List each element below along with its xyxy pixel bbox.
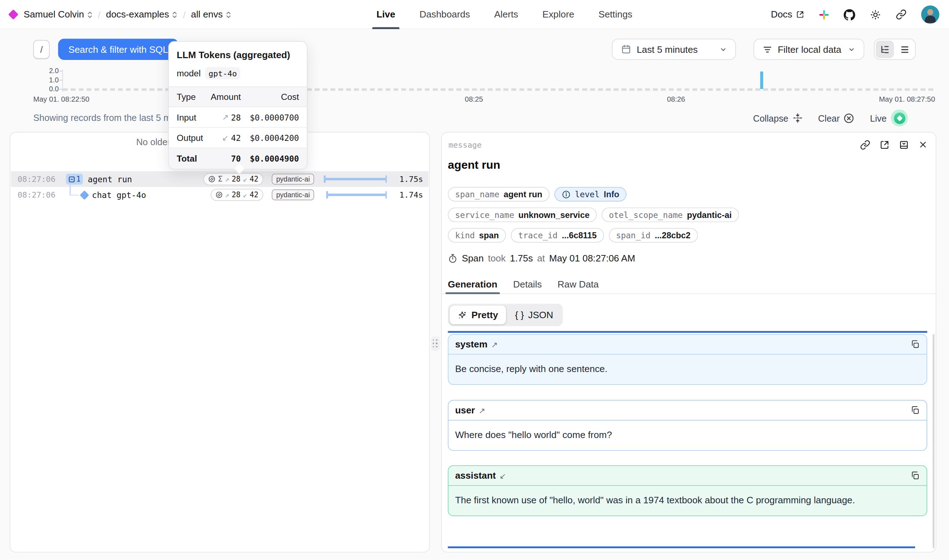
env-switcher[interactable]: all envs [191, 9, 231, 20]
tab-raw-data[interactable]: Raw Data [558, 275, 599, 294]
badge-span-name: span_name agent run [448, 187, 549, 202]
tab-alerts[interactable]: Alerts [494, 0, 518, 29]
slash-shortcut-key[interactable]: / [33, 40, 49, 59]
trace-row-agent-run[interactable]: 08:27:06 1 agent run Σ ↗ 28 ↙ 42 pydanti… [11, 171, 429, 187]
x-tick-label: May 01. 08:22:50 [33, 95, 89, 103]
output-tokens: 42 [250, 191, 258, 199]
span-name: agent run [88, 174, 132, 184]
dock-panel-icon[interactable] [899, 140, 909, 150]
direction-arrow-icon: ↗ [491, 340, 498, 349]
tab-live[interactable]: Live [376, 0, 395, 29]
span-diamond-icon [80, 190, 89, 199]
detail-tabs: Generation Details Raw Data [442, 275, 935, 294]
span-title: agent run [448, 158, 500, 172]
clear-circle-x-icon [844, 113, 854, 123]
y-tick-mark [59, 89, 62, 89]
clear-button[interactable]: Clear [818, 113, 854, 123]
message-text: The first known use of "hello, world" wa… [448, 486, 926, 515]
scroll-boundary-bottom [448, 546, 915, 548]
pretty-toggle-button[interactable]: Pretty [449, 306, 506, 325]
env-name: all envs [191, 9, 223, 20]
collapse-icon [793, 113, 802, 123]
scope-tag[interactable]: pydantic-ai [272, 189, 314, 200]
input-arrow-icon: ↗ [225, 191, 229, 199]
no-older-note: No older [136, 137, 171, 147]
tooltip-title: LLM Tokens (aggregated) [169, 42, 307, 61]
badge-row: span_name agent run level Info [448, 187, 626, 202]
histogram-bar[interactable] [760, 71, 763, 89]
tab-dashboards[interactable]: Dashboards [420, 0, 470, 29]
copy-icon[interactable] [910, 471, 920, 480]
copy-link-icon[interactable] [860, 140, 871, 150]
docs-link[interactable]: Docs [771, 9, 804, 20]
panel-resize-handle[interactable] [431, 336, 440, 351]
y-tick-mark [59, 80, 62, 81]
token-summary-pill[interactable]: ↗ 28 ↙ 42 [211, 189, 263, 201]
span-name: chat gpt-4o [92, 190, 146, 200]
input-arrow-icon: ↗ [222, 113, 229, 122]
x-tick-label: 08:26 [667, 95, 685, 103]
user-avatar[interactable] [921, 5, 939, 23]
slack-icon[interactable] [819, 9, 829, 20]
selector-icon [87, 11, 92, 18]
detail-actions [860, 140, 928, 150]
time-range-dropdown[interactable]: Last 5 minutes [612, 39, 736, 60]
badge-row: service_name unknown_service otel_scope_… [448, 208, 739, 222]
list-controls: Collapse Clear Live [753, 109, 908, 127]
org-switcher[interactable]: Samuel Colvin [23, 9, 92, 20]
badge-trace-id: trace_id ...6c8115 [511, 228, 604, 243]
project-switcher[interactable]: docs-examples [106, 9, 178, 20]
tree-view-icon [880, 45, 889, 54]
token-summary-pill[interactable]: Σ ↗ 28 ↙ 42 [204, 173, 263, 185]
duration-bar [324, 175, 387, 183]
copy-icon[interactable] [910, 406, 920, 415]
x-tick-label: 08:25 [465, 95, 483, 103]
model-value: gpt-4o [205, 67, 240, 79]
sigma-symbol: Σ [218, 175, 222, 183]
input-arrow-icon: ↗ [225, 175, 229, 183]
live-toggle[interactable]: Live [870, 109, 908, 127]
llm-tokens-tooltip: LLM Tokens (aggregated) model gpt-4o Typ… [168, 41, 308, 169]
trace-row-chat-gpt-4o[interactable]: 08:27:06 chat gpt-4o ↗ 28 ↙ 42 pydantic-… [11, 187, 429, 203]
open-in-new-icon[interactable] [880, 140, 890, 150]
scroll-boundary-top [448, 331, 927, 333]
message-text: Be concise, reply with one sentence. [448, 355, 926, 384]
tree-connector [69, 194, 79, 195]
close-icon[interactable] [918, 140, 927, 150]
message-card-header: system ↗ [448, 335, 926, 355]
org-name: Samuel Colvin [23, 9, 84, 20]
scrollbar[interactable] [933, 334, 934, 548]
badge-kind: kind span [448, 228, 506, 243]
selector-icon [226, 11, 231, 18]
share-link-icon[interactable] [896, 9, 907, 20]
live-indicator-icon [891, 109, 908, 127]
collapse-button[interactable]: Collapse [753, 113, 802, 123]
message-card-user: user ↗ Where does "hello world" come fro… [448, 400, 927, 451]
theme-toggle-icon[interactable] [870, 9, 881, 20]
token-coin-icon [208, 175, 215, 183]
output-tokens: 42 [250, 175, 258, 183]
copy-icon[interactable] [910, 340, 920, 349]
tooltip-row-output: Output ↙42 $0.0004200 [169, 128, 307, 148]
selector-icon [172, 11, 177, 18]
badge-level[interactable]: level Info [554, 187, 626, 202]
github-icon[interactable] [844, 9, 855, 20]
tab-settings[interactable]: Settings [598, 0, 632, 29]
collapse-children-badge[interactable]: 1 [66, 174, 83, 185]
scope-tag[interactable]: pydantic-ai [272, 174, 314, 185]
json-toggle-button[interactable]: { } JSON [507, 306, 561, 325]
list-view-icon [900, 45, 910, 54]
y-tick-mark [59, 71, 62, 71]
calendar-icon [621, 44, 632, 55]
filter-local-data-dropdown[interactable]: Filter local data [754, 39, 864, 60]
tab-details[interactable]: Details [513, 275, 541, 294]
tab-explore[interactable]: Explore [542, 0, 574, 29]
view-mode-toggle [874, 39, 916, 60]
span-timestamp: May 01 08:27:06 AM [549, 253, 635, 264]
list-view-button[interactable] [896, 41, 914, 58]
message-card-header: user ↗ [448, 400, 926, 420]
tree-view-button[interactable] [876, 41, 894, 58]
search-filter-button[interactable]: Search & filter with SQL [58, 39, 178, 60]
breadcrumb-separator: / [183, 9, 186, 20]
tab-generation[interactable]: Generation [448, 275, 497, 294]
